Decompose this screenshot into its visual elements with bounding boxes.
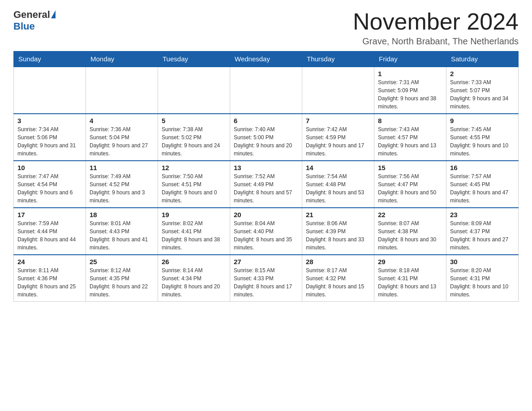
day-info-text: Daylight: 8 hours and 20 minutes. [162, 283, 226, 299]
calendar-cell [302, 67, 374, 114]
calendar-cell: 9Sunrise: 7:45 AMSunset: 4:55 PMDaylight… [446, 114, 519, 161]
day-info-text: Daylight: 9 hours and 20 minutes. [234, 141, 298, 158]
day-info-text: Sunset: 5:04 PM [90, 133, 154, 141]
day-info-text: Sunrise: 8:04 AM [234, 219, 298, 227]
calendar-cell: 26Sunrise: 8:14 AMSunset: 4:34 PMDayligh… [158, 255, 230, 302]
day-info-text: Sunset: 5:07 PM [450, 86, 515, 94]
day-info-text: Sunrise: 7:56 AM [378, 172, 442, 180]
calendar-header-friday: Friday [374, 51, 446, 67]
day-info-text: Daylight: 9 hours and 38 minutes. [378, 94, 442, 111]
day-info-text: Sunset: 5:06 PM [17, 133, 82, 141]
day-info-text: Daylight: 8 hours and 17 minutes. [234, 283, 298, 299]
day-info-text: Daylight: 9 hours and 13 minutes. [378, 141, 442, 158]
day-info-text: Sunset: 4:55 PM [450, 133, 515, 141]
day-info-text: Sunset: 4:51 PM [162, 180, 226, 188]
calendar-cell: 7Sunrise: 7:42 AMSunset: 4:59 PMDaylight… [302, 114, 374, 161]
calendar-header-monday: Monday [86, 51, 158, 67]
day-info-text: Sunrise: 7:34 AM [17, 125, 82, 133]
day-info-text: Sunrise: 7:43 AM [378, 125, 442, 133]
logo-blue-text: Blue [13, 21, 35, 32]
day-number: 5 [162, 117, 226, 124]
day-number: 11 [90, 164, 154, 171]
calendar-cell: 2Sunrise: 7:33 AMSunset: 5:07 PMDaylight… [446, 67, 519, 114]
calendar-cell: 15Sunrise: 7:56 AMSunset: 4:47 PMDayligh… [374, 161, 446, 208]
calendar-table: SundayMondayTuesdayWednesdayThursdayFrid… [13, 51, 519, 302]
day-info-text: Sunrise: 8:12 AM [90, 266, 154, 274]
day-info-text: Sunset: 4:43 PM [90, 227, 154, 235]
day-number: 7 [306, 117, 370, 124]
day-info-text: Daylight: 8 hours and 57 minutes. [234, 188, 298, 205]
day-info-text: Sunrise: 7:31 AM [378, 78, 442, 86]
logo-triangle-icon [51, 10, 56, 18]
day-info-text: Sunrise: 7:59 AM [17, 219, 82, 227]
day-number: 6 [234, 117, 298, 124]
day-info-text: Sunrise: 7:54 AM [306, 172, 370, 180]
day-info-text: Sunset: 4:37 PM [450, 227, 515, 235]
day-number: 2 [450, 70, 515, 77]
day-info-text: Sunset: 4:33 PM [234, 274, 298, 283]
calendar-cell [158, 67, 230, 114]
day-info-text: Sunset: 4:52 PM [90, 180, 154, 188]
day-number: 29 [378, 258, 442, 265]
day-info-text: Sunset: 4:47 PM [378, 180, 442, 188]
calendar-cell: 27Sunrise: 8:15 AMSunset: 4:33 PMDayligh… [230, 255, 302, 302]
location-subtitle: Grave, North Brabant, The Netherlands [353, 36, 519, 47]
day-info-text: Daylight: 8 hours and 41 minutes. [90, 235, 154, 252]
day-number: 13 [234, 164, 298, 171]
day-info-text: Sunrise: 8:09 AM [450, 219, 515, 227]
day-info-text: Sunset: 4:32 PM [306, 274, 370, 283]
day-info-text: Daylight: 9 hours and 10 minutes. [450, 141, 515, 158]
calendar-cell: 6Sunrise: 7:40 AMSunset: 5:00 PMDaylight… [230, 114, 302, 161]
calendar-cell: 18Sunrise: 8:01 AMSunset: 4:43 PMDayligh… [86, 208, 158, 255]
page-header: General Blue November 2024 Grave, North … [13, 9, 519, 47]
day-number: 15 [378, 164, 442, 171]
calendar-cell: 11Sunrise: 7:49 AMSunset: 4:52 PMDayligh… [86, 161, 158, 208]
day-number: 1 [378, 70, 442, 77]
day-info-text: Sunrise: 7:45 AM [450, 125, 515, 133]
calendar-cell: 25Sunrise: 8:12 AMSunset: 4:35 PMDayligh… [86, 255, 158, 302]
calendar-cell: 24Sunrise: 8:11 AMSunset: 4:36 PMDayligh… [14, 255, 86, 302]
day-number: 28 [306, 258, 370, 265]
calendar-cell: 19Sunrise: 8:02 AMSunset: 4:41 PMDayligh… [158, 208, 230, 255]
day-number: 30 [450, 258, 515, 265]
calendar-cell: 3Sunrise: 7:34 AMSunset: 5:06 PMDaylight… [14, 114, 86, 161]
day-number: 16 [450, 164, 515, 171]
day-number: 10 [17, 164, 82, 171]
calendar-cell: 16Sunrise: 7:57 AMSunset: 4:45 PMDayligh… [446, 161, 519, 208]
day-number: 14 [306, 164, 370, 171]
day-number: 18 [90, 211, 154, 218]
day-info-text: Sunrise: 8:20 AM [450, 266, 515, 274]
calendar-cell: 22Sunrise: 8:07 AMSunset: 4:38 PMDayligh… [374, 208, 446, 255]
day-number: 3 [17, 117, 82, 124]
calendar-cell [86, 67, 158, 114]
calendar-header-thursday: Thursday [302, 51, 374, 67]
day-info-text: Sunset: 4:38 PM [378, 227, 442, 235]
calendar-cell: 5Sunrise: 7:38 AMSunset: 5:02 PMDaylight… [158, 114, 230, 161]
day-number: 26 [162, 258, 226, 265]
day-info-text: Daylight: 9 hours and 17 minutes. [306, 141, 370, 158]
calendar-header-row: SundayMondayTuesdayWednesdayThursdayFrid… [14, 51, 519, 67]
day-info-text: Sunrise: 7:42 AM [306, 125, 370, 133]
day-info-text: Sunset: 4:31 PM [378, 274, 442, 283]
day-info-text: Sunrise: 8:01 AM [90, 219, 154, 227]
calendar-cell: 21Sunrise: 8:06 AMSunset: 4:39 PMDayligh… [302, 208, 374, 255]
day-info-text: Daylight: 9 hours and 27 minutes. [90, 141, 154, 158]
calendar-week-row: 17Sunrise: 7:59 AMSunset: 4:44 PMDayligh… [14, 208, 519, 255]
day-info-text: Sunrise: 8:14 AM [162, 266, 226, 274]
day-info-text: Sunset: 4:31 PM [450, 274, 515, 283]
day-info-text: Sunrise: 7:33 AM [450, 78, 515, 86]
day-info-text: Sunrise: 8:15 AM [234, 266, 298, 274]
day-number: 9 [450, 117, 515, 124]
day-info-text: Sunset: 4:41 PM [162, 227, 226, 235]
day-info-text: Sunset: 4:35 PM [90, 274, 154, 283]
calendar-cell: 10Sunrise: 7:47 AMSunset: 4:54 PMDayligh… [14, 161, 86, 208]
day-info-text: Sunrise: 7:38 AM [162, 125, 226, 133]
day-info-text: Sunset: 4:36 PM [17, 274, 82, 283]
day-info-text: Daylight: 8 hours and 35 minutes. [234, 235, 298, 252]
day-info-text: Daylight: 8 hours and 25 minutes. [17, 283, 82, 299]
calendar-header-tuesday: Tuesday [158, 51, 230, 67]
day-number: 25 [90, 258, 154, 265]
day-info-text: Daylight: 9 hours and 34 minutes. [450, 94, 515, 111]
day-info-text: Sunrise: 7:57 AM [450, 172, 515, 180]
day-info-text: Sunset: 4:49 PM [234, 180, 298, 188]
